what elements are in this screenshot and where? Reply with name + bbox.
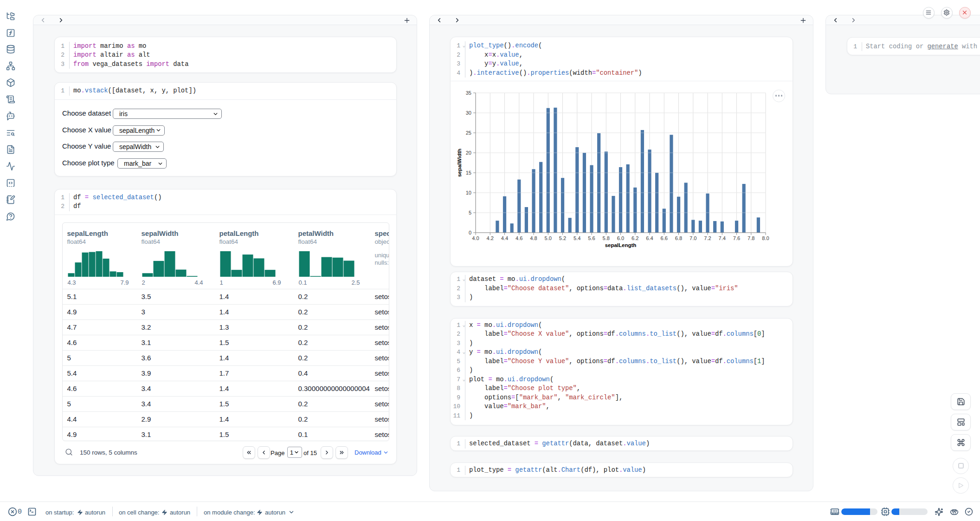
svg-text:20: 20 (466, 150, 471, 155)
svg-text:7.6: 7.6 (733, 235, 740, 241)
svg-text:4.4: 4.4 (501, 235, 508, 241)
svg-text:4.6: 4.6 (516, 235, 522, 241)
svg-text:sepalWidth: sepalWidth (457, 148, 462, 176)
svg-text:25: 25 (466, 130, 471, 135)
svg-text:sepalLength: sepalLength (605, 242, 637, 248)
svg-text:30: 30 (466, 110, 471, 115)
svg-text:4.0: 4.0 (472, 235, 479, 241)
svg-text:7.2: 7.2 (704, 235, 711, 241)
svg-text:4.8: 4.8 (530, 235, 537, 241)
svg-text:6.8: 6.8 (675, 235, 682, 241)
svg-text:7.8: 7.8 (748, 235, 754, 241)
svg-text:6.0: 6.0 (617, 235, 624, 241)
svg-text:5.4: 5.4 (574, 235, 580, 241)
svg-text:5.0: 5.0 (545, 235, 552, 241)
svg-text:7.4: 7.4 (719, 235, 726, 241)
svg-text:6.2: 6.2 (632, 235, 638, 241)
svg-text:8.0: 8.0 (762, 235, 769, 241)
svg-text:35: 35 (466, 90, 471, 95)
svg-text:5: 5 (469, 209, 471, 215)
svg-text:5.8: 5.8 (603, 235, 610, 241)
svg-text:6.6: 6.6 (661, 235, 668, 241)
svg-text:6.4: 6.4 (646, 235, 653, 241)
svg-text:5.6: 5.6 (588, 235, 595, 241)
svg-text:4.2: 4.2 (487, 235, 494, 241)
svg-text:7.0: 7.0 (690, 235, 696, 241)
svg-text:5.2: 5.2 (559, 235, 566, 241)
svg-text:0: 0 (469, 229, 471, 235)
svg-text:15: 15 (466, 169, 471, 175)
svg-text:10: 10 (466, 189, 471, 195)
